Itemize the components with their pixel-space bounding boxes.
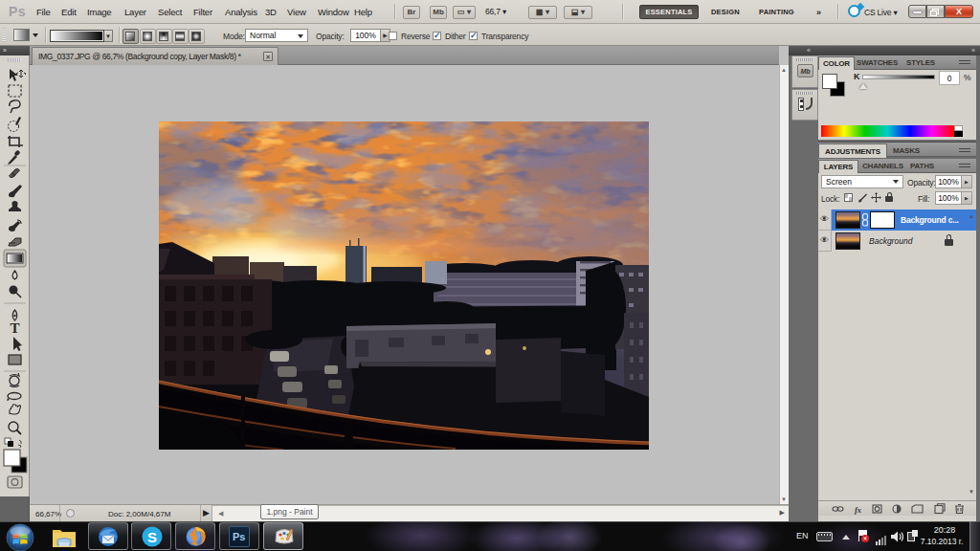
svg-text:fx: fx [855,505,862,515]
svg-text:T: T [10,320,19,336]
svg-text:S: S [147,529,157,545]
